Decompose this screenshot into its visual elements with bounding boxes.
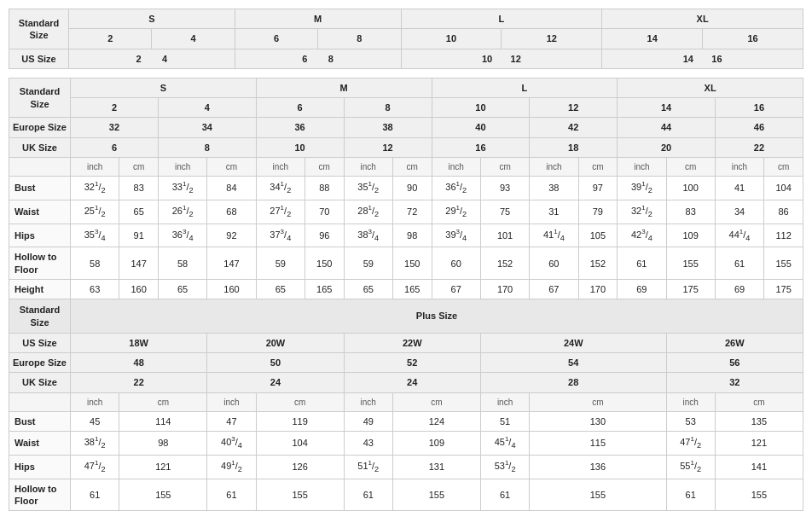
ht-4-inch: 65 (158, 279, 206, 299)
us-12: 12 (502, 29, 602, 49)
size-chart-container: Standard Size S M L XL 2 4 6 8 10 12 14 … (0, 0, 812, 511)
cm-label-8: cm (764, 158, 803, 177)
waist-8-cm: 72 (392, 200, 432, 224)
ht-4-cm: 160 (207, 279, 256, 299)
xl-header: XL (602, 9, 803, 29)
inch-label-5: inch (432, 158, 480, 177)
waist-26w-cm: 121 (715, 432, 803, 456)
bust-18w-inch: 45 (71, 411, 119, 431)
htf-20w-cm: 155 (256, 479, 344, 511)
us2: 2 (71, 98, 159, 118)
htf-10-cm: 152 (480, 247, 529, 280)
cm-label-1: cm (119, 158, 159, 177)
waist-4-inch: 261/2 (158, 200, 206, 224)
hips-20w-cm: 126 (256, 455, 344, 479)
us-m-range: 6 8 (235, 49, 401, 68)
hips-24w-inch: 531/2 (480, 455, 529, 479)
bust-26w-cm: 135 (715, 411, 803, 431)
uk18: 18 (530, 137, 618, 157)
waist-14-cm: 83 (666, 200, 715, 224)
standard-size-label: Standard Size (9, 9, 69, 49)
l-col-header: L (432, 78, 618, 97)
plus-size-header: Plus Size (71, 299, 803, 334)
eu32: 32 (71, 118, 159, 137)
waist-12-cm: 79 (578, 200, 618, 224)
uk10: 10 (256, 137, 344, 157)
htf-6-inch: 59 (256, 247, 304, 280)
us-20w: 20W (207, 333, 344, 352)
waist-20w-cm: 104 (256, 432, 344, 456)
waist-6-inch: 271/2 (256, 200, 304, 224)
waist-10-inch: 291/2 (432, 200, 480, 224)
htf-8-cm: 150 (392, 247, 432, 280)
hips-16-inch: 441/4 (715, 224, 763, 247)
std-size-label-2: Standard Size (9, 299, 71, 334)
inch-label-6: inch (530, 158, 578, 177)
cm-label-3: cm (304, 158, 344, 177)
inch-label-8: inch (715, 158, 763, 177)
uk8: 8 (158, 137, 256, 157)
hips-14-cm: 109 (666, 224, 715, 247)
ht-10-inch: 67 (432, 279, 480, 299)
us12: 12 (530, 98, 618, 118)
bust-4-cm: 84 (207, 177, 256, 200)
ht-6-inch: 65 (256, 279, 304, 299)
us16: 16 (715, 98, 803, 118)
htf-26w-inch: 61 (666, 479, 715, 511)
main-size-table: StandardSize S M L XL 2 4 6 8 10 12 14 1… (9, 78, 803, 511)
us14: 14 (618, 98, 716, 118)
p-inch-4: inch (480, 392, 529, 411)
inch-label-4: inch (344, 158, 392, 177)
bust-8-inch: 351/2 (344, 177, 392, 200)
htf-20w-inch: 61 (207, 479, 256, 511)
uk-plus-label: UK Size (9, 373, 71, 392)
p-inch-2: inch (207, 392, 256, 411)
ht-2-cm: 160 (119, 279, 159, 299)
us-22w: 22W (344, 333, 480, 352)
bust-20w-cm: 119 (256, 411, 344, 431)
htf-18w-cm: 155 (119, 479, 207, 511)
htf-16-cm: 155 (764, 247, 803, 280)
waist-16-cm: 86 (764, 200, 803, 224)
bust-22w-inch: 49 (344, 411, 392, 431)
bust-8-cm: 90 (392, 177, 432, 200)
eu36: 36 (256, 118, 344, 137)
bust-12-inch: 38 (530, 177, 578, 200)
waist-24w-cm: 115 (530, 432, 666, 456)
waist-26w-inch: 471/2 (666, 432, 715, 456)
cm-label-6: cm (578, 158, 618, 177)
htf-6-cm: 150 (304, 247, 344, 280)
p-cm-3: cm (392, 392, 480, 411)
uk20: 20 (618, 137, 716, 157)
empty-plus (9, 392, 71, 411)
inch-label-1: inch (71, 158, 119, 177)
htf-24w-inch: 61 (480, 479, 529, 511)
waist-10-cm: 75 (480, 200, 529, 224)
us-6: 6 (235, 29, 317, 49)
bust-18w-cm: 114 (119, 411, 207, 431)
bust-24w-inch: 51 (480, 411, 529, 431)
eu54: 54 (480, 353, 666, 373)
hips-6-cm: 96 (304, 224, 344, 247)
us-size-plus-label: US Size (9, 333, 71, 352)
uk22-plus: 22 (71, 373, 207, 392)
us-8: 8 (318, 29, 401, 49)
bust-label: Bust (9, 177, 71, 200)
ht-14-inch: 69 (618, 279, 666, 299)
hips-8-cm: 98 (392, 224, 432, 247)
std-size-cell: StandardSize (9, 78, 71, 118)
bust-22w-cm: 124 (392, 411, 480, 431)
bust-26w-inch: 53 (666, 411, 715, 431)
bust-24w-cm: 130 (530, 411, 666, 431)
htf-4-cm: 147 (207, 247, 256, 280)
eu46: 46 (715, 118, 803, 137)
hips-label: Hips (9, 224, 71, 247)
ht-12-inch: 67 (530, 279, 578, 299)
inch-label-7: inch (618, 158, 666, 177)
eu-label: Europe Size (9, 118, 71, 137)
us-4: 4 (152, 29, 235, 49)
us10: 10 (432, 98, 530, 118)
hips-2-inch: 353/4 (71, 224, 119, 247)
us8: 8 (344, 98, 432, 118)
htf-12-inch: 60 (530, 247, 578, 280)
